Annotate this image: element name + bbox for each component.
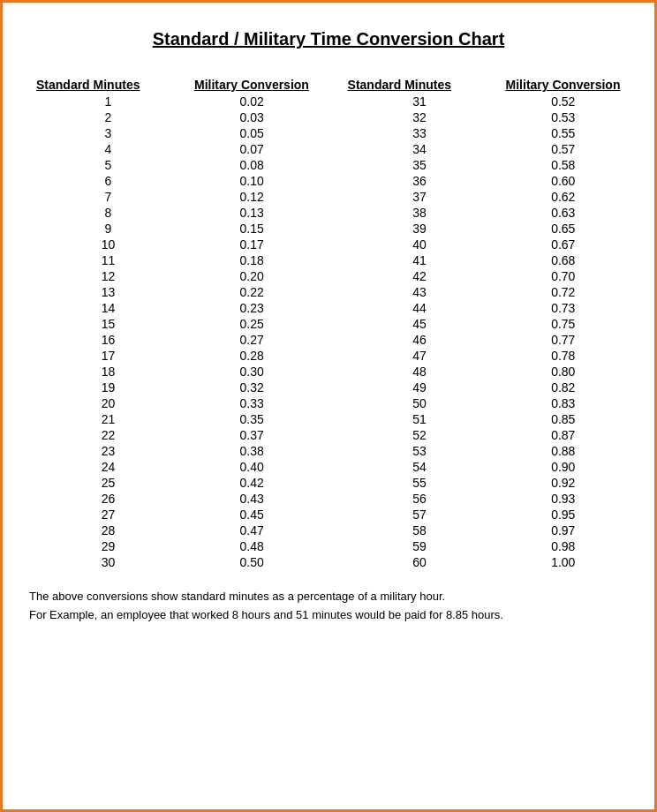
minutes-cell: 10 (29, 237, 187, 252)
table-row: 580.97 (341, 523, 628, 538)
conversion-cell: 0.95 (499, 507, 628, 523)
conversion-cell: 0.47 (187, 523, 316, 538)
table-row: 330.55 (341, 125, 628, 141)
conversion-cell: 0.82 (499, 380, 628, 395)
table-row: 350.58 (341, 157, 628, 173)
minutes-cell: 21 (29, 411, 187, 427)
conversion-cell: 0.48 (187, 538, 316, 554)
conversion-cell: 0.92 (499, 475, 628, 491)
conversion-cell: 0.90 (499, 459, 628, 475)
minutes-cell: 9 (29, 221, 187, 237)
conversion-cell: 0.80 (499, 364, 628, 380)
minutes-cell: 39 (341, 221, 499, 237)
minutes-cell: 37 (341, 189, 499, 205)
minutes-cell: 57 (341, 507, 499, 523)
conversion-cell: 0.27 (187, 332, 316, 348)
minutes-cell: 55 (341, 475, 499, 491)
table-row: 540.90 (341, 459, 628, 475)
conversion-cell: 0.75 (499, 316, 628, 332)
minutes-cell: 40 (341, 237, 499, 252)
conversion-cell: 0.53 (499, 109, 628, 125)
minutes-cell: 15 (29, 316, 187, 332)
table-row: 90.15 (29, 221, 316, 237)
minutes-cell: 33 (341, 125, 499, 141)
table-row: 590.98 (341, 538, 628, 554)
table-row: 40.07 (29, 141, 316, 157)
minutes-cell: 8 (29, 205, 187, 221)
table-row: 570.95 (341, 507, 628, 523)
conversion-cell: 0.83 (499, 395, 628, 411)
minutes-cell: 11 (29, 252, 187, 268)
conversion-cell: 0.58 (499, 157, 628, 173)
table-row: 230.38 (29, 443, 316, 459)
minutes-cell: 6 (29, 173, 187, 189)
conversion-cell: 0.12 (187, 189, 316, 205)
minutes-cell: 35 (341, 157, 499, 173)
minutes-cell: 28 (29, 523, 187, 538)
table-row: 210.35 (29, 411, 316, 427)
conversion-cell: 0.07 (187, 141, 316, 157)
table-row: 50.08 (29, 157, 316, 173)
conversion-cell: 0.02 (187, 94, 316, 109)
table-row: 160.27 (29, 332, 316, 348)
minutes-cell: 23 (29, 443, 187, 459)
table-container: Standard Minutes Military Conversion 10.… (29, 76, 628, 570)
conversion-cell: 0.72 (499, 284, 628, 300)
minutes-cell: 48 (341, 364, 499, 380)
conversion-cell: 0.50 (187, 554, 316, 570)
table-row: 300.50 (29, 554, 316, 570)
minutes-cell: 36 (341, 173, 499, 189)
table-row: 250.42 (29, 475, 316, 491)
conversion-cell: 0.35 (187, 411, 316, 427)
minutes-cell: 22 (29, 427, 187, 443)
table-row: 60.10 (29, 173, 316, 189)
conversion-cell: 0.03 (187, 109, 316, 125)
minutes-cell: 59 (341, 538, 499, 554)
conversion-cell: 0.17 (187, 237, 316, 252)
conversion-cell: 0.37 (187, 427, 316, 443)
minutes-cell: 31 (341, 94, 499, 109)
conversion-cell: 0.32 (187, 380, 316, 395)
conversion-cell: 0.10 (187, 173, 316, 189)
minutes-cell: 52 (341, 427, 499, 443)
table-row: 180.30 (29, 364, 316, 380)
minutes-cell: 32 (341, 109, 499, 125)
minutes-cell: 38 (341, 205, 499, 221)
conversion-cell: 0.62 (499, 189, 628, 205)
right-conversion-table: Standard Minutes Military Conversion 310… (341, 76, 628, 570)
minutes-cell: 19 (29, 380, 187, 395)
minutes-cell: 25 (29, 475, 187, 491)
conversion-cell: 0.33 (187, 395, 316, 411)
conversion-cell: 0.60 (499, 173, 628, 189)
table-row: 460.77 (341, 332, 628, 348)
table-row: 520.87 (341, 427, 628, 443)
table-row: 560.93 (341, 491, 628, 507)
conversion-cell: 0.05 (187, 125, 316, 141)
left-table: Standard Minutes Military Conversion 10.… (29, 76, 316, 570)
minutes-cell: 50 (341, 395, 499, 411)
table-row: 510.85 (341, 411, 628, 427)
footer-line1: The above conversions show standard minu… (29, 588, 628, 606)
table-row: 601.00 (341, 554, 628, 570)
table-row: 310.52 (341, 94, 628, 109)
table-row: 70.12 (29, 189, 316, 205)
minutes-cell: 60 (341, 554, 499, 570)
minutes-cell: 7 (29, 189, 187, 205)
right-col1-header: Standard Minutes (341, 76, 499, 94)
table-row: 30.05 (29, 125, 316, 141)
minutes-cell: 5 (29, 157, 187, 173)
page-title: Standard / Military Time Conversion Char… (29, 29, 628, 49)
minutes-cell: 41 (341, 252, 499, 268)
minutes-cell: 46 (341, 332, 499, 348)
left-col1-header: Standard Minutes (29, 76, 187, 94)
minutes-cell: 30 (29, 554, 187, 570)
table-row: 500.83 (341, 395, 628, 411)
conversion-cell: 0.28 (187, 348, 316, 364)
minutes-cell: 27 (29, 507, 187, 523)
table-row: 80.13 (29, 205, 316, 221)
conversion-cell: 0.87 (499, 427, 628, 443)
table-row: 100.17 (29, 237, 316, 252)
conversion-cell: 0.97 (499, 523, 628, 538)
table-row: 410.68 (341, 252, 628, 268)
table-row: 120.20 (29, 268, 316, 284)
